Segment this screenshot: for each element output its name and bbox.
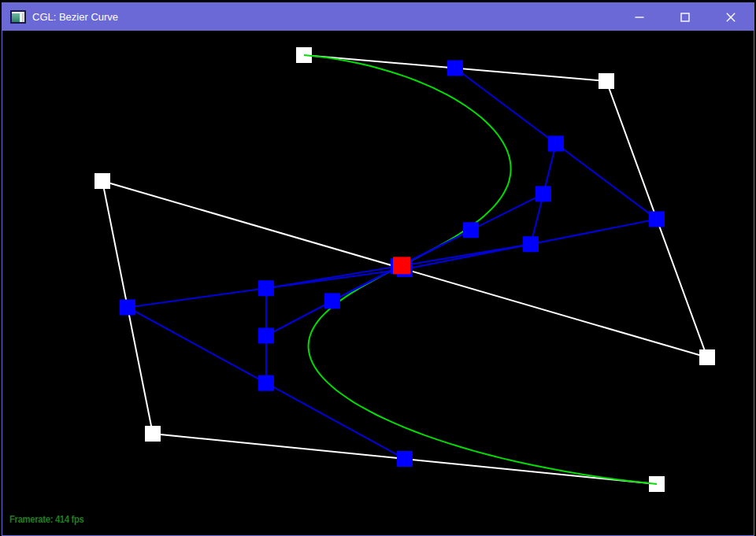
construction-point[interactable] (258, 328, 274, 344)
construction-point[interactable] (523, 236, 539, 252)
titlebar[interactable]: CGL: Bezier Curve (2, 3, 754, 31)
construction-point[interactable] (548, 136, 564, 152)
construction-point[interactable] (447, 61, 463, 76)
minimize-button[interactable] (617, 3, 662, 31)
construction-point[interactable] (120, 300, 135, 316)
maximize-button[interactable] (662, 3, 708, 31)
app-icon (10, 10, 26, 24)
window-title: CGL: Bezier Curve (32, 11, 617, 23)
control-point[interactable] (598, 73, 614, 89)
control-point[interactable] (699, 349, 715, 365)
bezier-curve (304, 55, 657, 484)
close-icon (726, 13, 736, 22)
control-point[interactable] (94, 173, 110, 189)
construction-point[interactable] (463, 222, 479, 238)
canvas-area[interactable]: Framerate: 414 fps (2, 31, 754, 534)
bezier-visualization (2, 31, 754, 534)
construction-point[interactable] (536, 186, 551, 201)
construction-point[interactable] (258, 280, 274, 296)
construction-point[interactable] (258, 375, 274, 391)
construction-point[interactable] (324, 293, 340, 309)
control-point[interactable] (145, 426, 161, 442)
maximize-icon (680, 13, 690, 22)
app-window: CGL: Bezier Curve Framerate: 414 f (2, 2, 754, 536)
curve-point[interactable] (393, 257, 410, 274)
window-controls (617, 3, 754, 31)
construction-point[interactable] (649, 212, 665, 227)
close-button[interactable] (708, 3, 754, 31)
framerate-label: Framerate: 414 fps (9, 514, 84, 525)
construction-point[interactable] (397, 451, 413, 467)
minimize-icon (635, 13, 644, 22)
